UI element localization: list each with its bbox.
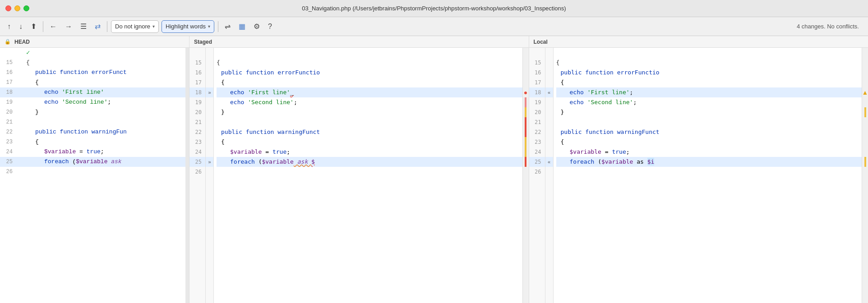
right-arrows: « « (545, 48, 554, 303)
code-line: 20 } (0, 107, 189, 117)
code-line: 22 public function warningFun (0, 127, 189, 137)
adjust-button[interactable]: ⇌ (222, 20, 233, 32)
maximize-button[interactable] (23, 5, 29, 11)
left-scrollbar[interactable] (185, 48, 189, 303)
code-line: 24 $variable = true; (0, 147, 189, 157)
apply-change-button[interactable]: ⬆ (28, 20, 39, 32)
code-line: 19 echo 'Second line'; (0, 97, 189, 107)
center-arrows: » » (206, 48, 214, 303)
status-text: 4 changes. No conflicts. (797, 23, 863, 30)
columns-button[interactable]: ▦ (236, 20, 248, 32)
forward-button[interactable]: → (62, 21, 75, 32)
highlight-words-label: Highlight words (166, 23, 206, 30)
help-button[interactable]: ? (265, 21, 275, 32)
diff-area: 🔒 HEAD ✓ 15 { 1 (0, 36, 868, 303)
code-line: 21 (0, 117, 189, 127)
code-line: 17 { (0, 78, 189, 87)
right-panel: Local 15 16 17 18 19 20 21 22 23 24 25 (529, 36, 868, 303)
right-code-content: { public function errorFunctio { echo 'F… (554, 48, 862, 303)
right-line-nums-left: 15 16 17 18 19 20 21 22 23 24 25 26 (529, 48, 545, 303)
left-panel-content[interactable]: ✓ 15 { 16 public function errorFunct (0, 48, 189, 303)
back-button[interactable]: ← (47, 21, 60, 32)
center-code-content: { public function errorFunctio { echo 'F… (214, 48, 522, 303)
code-line: 16 public function errorFunct (0, 68, 189, 78)
center-diff-gutter: ● (522, 48, 529, 303)
center-panel: Staged 15 16 17 18 19 20 21 22 23 24 25 (189, 36, 529, 303)
window-title: 03_Navigation.php (/Users/jetbrains/Phps… (302, 5, 566, 12)
right-panel-header: Local (529, 36, 868, 48)
right-panel-title: Local (534, 39, 548, 45)
code-line: ✓ (0, 48, 189, 58)
do-not-ignore-dropdown[interactable]: Do not ignore ▾ (111, 20, 159, 33)
lock-icon: 🔒 (5, 39, 11, 45)
minimize-button[interactable] (14, 5, 20, 11)
chevron-down-icon: ▾ (152, 24, 155, 29)
chevron-down-icon-2: ▾ (208, 24, 210, 29)
code-line-highlighted: 18 echo 'First line' (0, 87, 189, 97)
traffic-lights (5, 5, 29, 11)
code-line: 23 { (0, 137, 189, 147)
center-panel-header: Staged (189, 36, 529, 48)
app-window: 03_Navigation.php (/Users/jetbrains/Phps… (0, 0, 868, 303)
close-button[interactable] (5, 5, 11, 11)
separator-2 (107, 21, 107, 32)
center-panel-title: Staged (194, 39, 212, 45)
center-line-nums-left: 15 16 17 18 19 20 21 22 23 24 25 26 (189, 48, 206, 303)
move-up-button[interactable]: ↑ (5, 21, 14, 32)
separator-3 (218, 21, 218, 32)
code-line: 15 { (0, 58, 189, 68)
settings-button[interactable]: ⚙ (251, 20, 263, 32)
list-button[interactable]: ☰ (78, 20, 89, 32)
left-panel-header: 🔒 HEAD (0, 36, 189, 48)
toolbar: ↑ ↓ ⬆ ← → ☰ ⇄ Do not ignore ▾ Highlight … (0, 17, 868, 36)
right-panel-content[interactable]: 15 16 17 18 19 20 21 22 23 24 25 26 (529, 48, 868, 303)
separator-1 (43, 21, 43, 32)
move-down-button[interactable]: ↓ (16, 21, 25, 32)
right-diff-gutter: ▲ (862, 48, 868, 303)
left-panel: 🔒 HEAD ✓ 15 { 1 (0, 36, 189, 303)
center-panel-content[interactable]: 15 16 17 18 19 20 21 22 23 24 25 26 (189, 48, 529, 303)
left-code-view: ✓ 15 { 16 public function errorFunct (0, 48, 189, 303)
sync-button[interactable]: ⇄ (92, 20, 103, 32)
code-line: 26 (0, 167, 189, 177)
do-not-ignore-label: Do not ignore (115, 23, 150, 30)
code-line-highlighted: 25 foreach ($variable ask (0, 157, 189, 167)
title-bar: 03_Navigation.php (/Users/jetbrains/Phps… (0, 0, 868, 17)
highlight-words-dropdown[interactable]: Highlight words ▾ (162, 20, 214, 33)
left-panel-title: HEAD (14, 39, 30, 45)
